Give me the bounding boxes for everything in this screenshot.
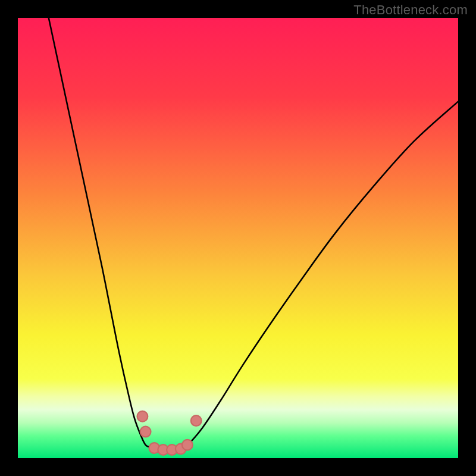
marker-dot bbox=[140, 427, 151, 437]
plot-area bbox=[18, 18, 458, 458]
marker-dot bbox=[191, 415, 202, 426]
curve-layer bbox=[18, 18, 458, 458]
chart-frame: TheBottleneck.com bbox=[0, 0, 476, 476]
marker-dot bbox=[182, 440, 193, 450]
marker-dots bbox=[137, 411, 202, 455]
marker-dot bbox=[137, 411, 148, 422]
watermark-text: TheBottleneck.com bbox=[353, 2, 468, 18]
bottleneck-curve bbox=[49, 18, 458, 450]
